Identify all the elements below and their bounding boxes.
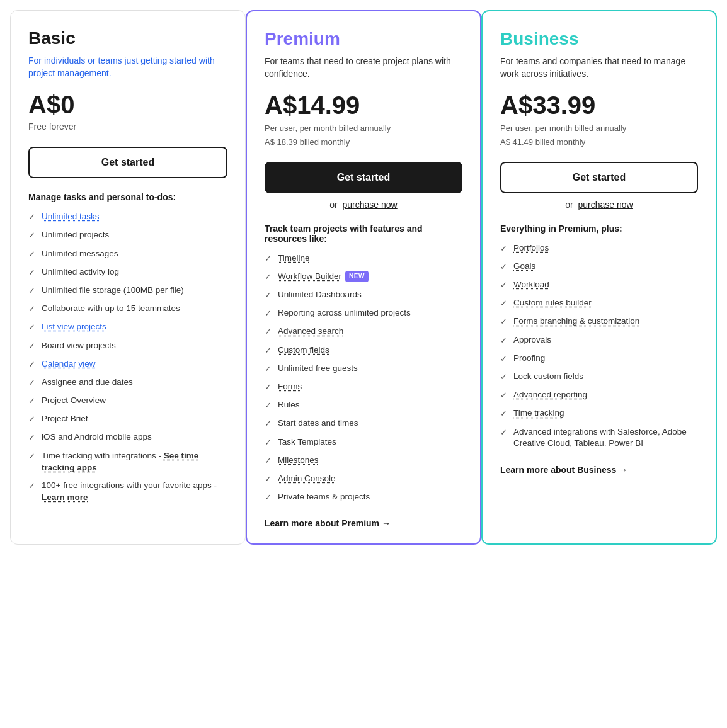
business-purchase-now-link[interactable]: purchase now (578, 200, 633, 210)
feature-text: Advanced search (278, 326, 343, 338)
feature-text: Start dates and times (278, 418, 358, 429)
premium-price-sub: A$ 18.39 billed monthly (265, 137, 462, 147)
check-icon: ✓ (500, 280, 507, 291)
list-item: ✓Collaborate with up to 15 teammates (28, 303, 227, 315)
forms-link[interactable]: Forms (278, 382, 302, 391)
feature-text: 100+ free integrations with your favorit… (42, 480, 227, 504)
feature-text: Unlimited file storage (100MB per file) (42, 285, 184, 297)
admin-console-link[interactable]: Admin Console (278, 474, 336, 483)
basic-plan-price: A$0 (28, 91, 227, 119)
business-get-started-button[interactable]: Get started (500, 162, 698, 193)
feature-text: Advanced reporting (513, 389, 587, 401)
list-item: ✓iOS and Android mobile apps (28, 431, 227, 443)
calendar-view-link[interactable]: Calendar view (42, 359, 96, 368)
feature-text: Milestones (278, 455, 319, 467)
feature-text: Custom rules builder (513, 297, 592, 309)
check-icon: ✓ (500, 316, 507, 327)
business-learn-more-link[interactable]: Learn more about Business → (500, 465, 627, 475)
check-icon: ✓ (28, 451, 35, 462)
business-feature-list: ✓Portfolios ✓Goals ✓Workload ✓Custom rul… (500, 242, 698, 450)
check-icon: ✓ (265, 363, 272, 375)
forms-branching-link[interactable]: Forms branching & customization (513, 316, 639, 326)
workload-link[interactable]: Workload (513, 280, 549, 289)
list-item: ✓Portfolios (500, 242, 698, 254)
timeline-link[interactable]: Timeline (278, 253, 310, 263)
list-item: ✓Unlimited activity log (28, 266, 227, 278)
premium-plan-price: A$14.99 (265, 91, 462, 120)
feature-text: Assignee and due dates (42, 377, 133, 389)
feature-text: Rules (278, 399, 300, 411)
premium-learn-more-link[interactable]: Learn more about Premium → (265, 518, 391, 528)
feature-text: Time tracking (513, 407, 564, 419)
or-label: or (329, 200, 337, 210)
advanced-reporting-link[interactable]: Advanced reporting (513, 390, 587, 399)
check-icon: ✓ (28, 285, 35, 297)
feature-text: Task Templates (278, 436, 336, 448)
list-item: ✓Unlimited Dashboards (265, 289, 462, 301)
feature-text: iOS and Android mobile apps (42, 431, 152, 443)
premium-feature-list: ✓Timeline ✓Workflow BuilderNEW ✓Unlimite… (265, 253, 462, 504)
time-tracking-link[interactable]: Time tracking (513, 408, 564, 418)
list-item: ✓Private teams & projects (265, 491, 462, 503)
feature-text: Unlimited tasks (42, 211, 100, 223)
list-item: ✓Reporting across unlimited projects (265, 307, 462, 319)
premium-learn-more-row: Learn more about Premium → (265, 518, 462, 528)
portfolios-link[interactable]: Portfolios (513, 243, 549, 253)
check-icon: ✓ (265, 345, 272, 356)
check-icon: ✓ (265, 290, 272, 301)
new-badge: NEW (345, 271, 369, 282)
list-item: ✓Unlimited free guests (265, 363, 462, 375)
custom-fields-link[interactable]: Custom fields (278, 345, 329, 355)
feature-text: Collaborate with up to 15 teammates (42, 303, 180, 315)
learn-more-link[interactable]: Learn more (42, 492, 88, 502)
custom-rules-builder-link[interactable]: Custom rules builder (513, 298, 592, 307)
business-learn-more-row: Learn more about Business → (500, 465, 698, 475)
workflow-builder-link[interactable]: Workflow Builder (278, 271, 341, 281)
premium-get-started-button[interactable]: Get started (265, 162, 462, 193)
premium-purchase-now-link[interactable]: purchase now (343, 200, 398, 210)
business-plan-card: Business For teams and companies that ne… (481, 10, 717, 545)
check-icon: ✓ (265, 253, 272, 264)
check-icon: ✓ (265, 437, 272, 448)
check-icon: ✓ (28, 249, 35, 260)
advanced-search-link[interactable]: Advanced search (278, 326, 343, 336)
list-item: ✓Rules (265, 399, 462, 411)
list-item: ✓Timeline (265, 253, 462, 264)
unlimited-tasks-link[interactable]: Unlimited tasks (42, 212, 100, 221)
list-item: ✓Forms (265, 381, 462, 393)
feature-text: Forms branching & customization (513, 316, 639, 327)
check-icon: ✓ (28, 414, 35, 425)
list-item: ✓Project Overview (28, 395, 227, 407)
feature-text: Custom fields (278, 344, 329, 356)
premium-purchase-now-row: or purchase now (265, 200, 462, 210)
list-item: ✓List view projects (28, 321, 227, 333)
list-item: ✓Forms branching & customization (500, 316, 698, 327)
list-item: ✓Board view projects (28, 340, 227, 352)
pricing-grid: Basic For individuals or teams just gett… (10, 10, 717, 545)
feature-text: Lock custom fields (513, 371, 583, 383)
see-time-tracking-link[interactable]: See time tracking apps (42, 451, 198, 472)
basic-features-heading: Manage tasks and personal to-dos: (28, 192, 227, 202)
feature-text: Unlimited activity log (42, 266, 119, 278)
list-item: ✓Proofing (500, 353, 698, 365)
business-plan-tagline: For teams and companies that need to man… (500, 55, 698, 80)
milestones-link[interactable]: Milestones (278, 455, 319, 465)
check-icon: ✓ (265, 308, 272, 319)
goals-link[interactable]: Goals (513, 261, 535, 271)
feature-text: Project Brief (42, 413, 88, 425)
list-item: ✓Goals (500, 261, 698, 273)
premium-features-heading: Track team projects with features and re… (265, 224, 462, 244)
feature-text: Goals (513, 261, 535, 273)
feature-text: Project Overview (42, 395, 106, 407)
list-item: ✓Milestones (265, 455, 462, 467)
list-item: ✓Unlimited messages (28, 248, 227, 260)
list-item: ✓Unlimited file storage (100MB per file) (28, 285, 227, 297)
list-item: ✓Custom fields (265, 344, 462, 356)
basic-get-started-button[interactable]: Get started (28, 147, 227, 178)
list-view-link[interactable]: List view projects (42, 322, 106, 331)
check-icon: ✓ (265, 418, 272, 429)
feature-text: List view projects (42, 321, 106, 333)
check-icon: ✓ (500, 335, 507, 346)
business-price-sub: A$ 41.49 billed monthly (500, 137, 698, 147)
list-item: ✓Advanced search (265, 326, 462, 338)
